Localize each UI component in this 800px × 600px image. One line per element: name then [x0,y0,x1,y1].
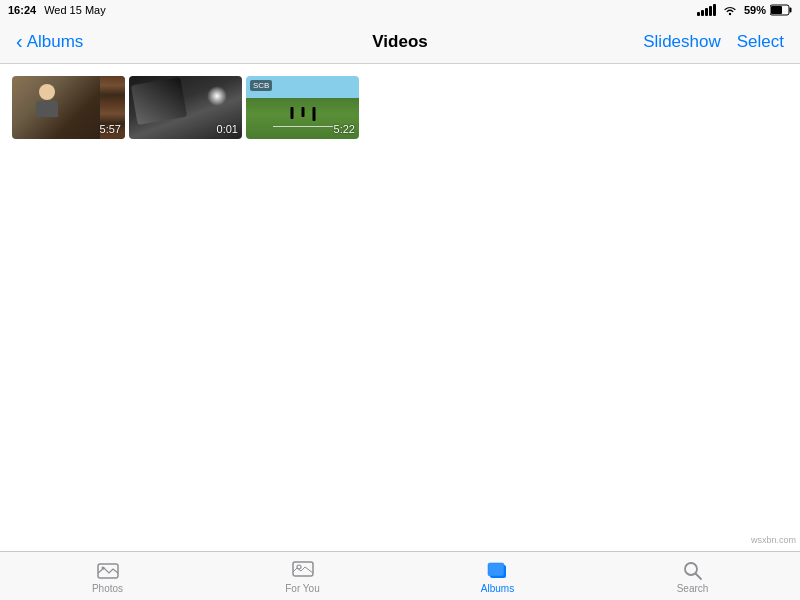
battery-percentage: 59% [744,4,766,16]
figure [290,107,293,119]
tab-for-you-label: For You [285,583,319,594]
signal-icon [697,4,716,16]
scoreboard: SCB [250,80,272,91]
back-button[interactable]: ‹ Albums [16,32,83,52]
status-left: 16:24 Wed 15 May [8,4,106,16]
person-head [39,84,55,100]
search-icon [681,559,705,581]
svg-rect-10 [488,563,504,576]
thumbnail-person [32,84,62,119]
time: 16:24 [8,4,36,16]
svg-point-0 [729,13,731,15]
slideshow-button[interactable]: Slideshow [643,32,721,52]
video-duration: 5:57 [100,123,121,135]
albums-icon [486,559,510,581]
svg-line-12 [695,573,701,579]
figure [312,107,315,121]
tab-for-you[interactable]: For You [205,555,400,598]
for-you-icon [291,559,315,581]
status-bar: 16:24 Wed 15 May 59% [0,0,800,20]
battery-icon [770,4,792,16]
tab-albums[interactable]: Albums [400,555,595,598]
videos-grid: 5:57 0:01 SCB 5:22 [0,64,800,551]
tab-search-label: Search [677,583,709,594]
watermark: wsxbn.com [751,535,796,545]
svg-rect-3 [771,6,782,14]
nav-actions: Slideshow Select [643,32,784,52]
date: Wed 15 May [44,4,106,16]
photos-icon [96,559,120,581]
nav-bar: ‹ Albums Videos Slideshow Select [0,20,800,64]
thumbnail-highlight [207,86,227,106]
cricket-boundary [273,126,333,127]
video-item[interactable]: SCB 5:22 [246,76,359,139]
video-duration: 5:22 [334,123,355,135]
wifi-icon [722,4,738,16]
tab-photos[interactable]: Photos [10,555,205,598]
person-body [36,101,58,117]
tab-bar: Photos For You Albums Search [0,551,800,600]
svg-rect-2 [790,8,792,13]
back-label: Albums [27,32,84,52]
video-item[interactable]: 5:57 [12,76,125,139]
chevron-left-icon: ‹ [16,31,23,51]
thumbnail-shape [131,77,187,125]
video-duration: 0:01 [217,123,238,135]
tab-search[interactable]: Search [595,555,790,598]
svg-point-6 [101,566,104,569]
video-item[interactable]: 0:01 [129,76,242,139]
page-title: Videos [372,32,427,52]
status-right: 59% [697,4,792,16]
figure [301,107,304,117]
tab-photos-label: Photos [92,583,123,594]
select-button[interactable]: Select [737,32,784,52]
tab-albums-label: Albums [481,583,514,594]
cricket-figures [290,107,315,121]
